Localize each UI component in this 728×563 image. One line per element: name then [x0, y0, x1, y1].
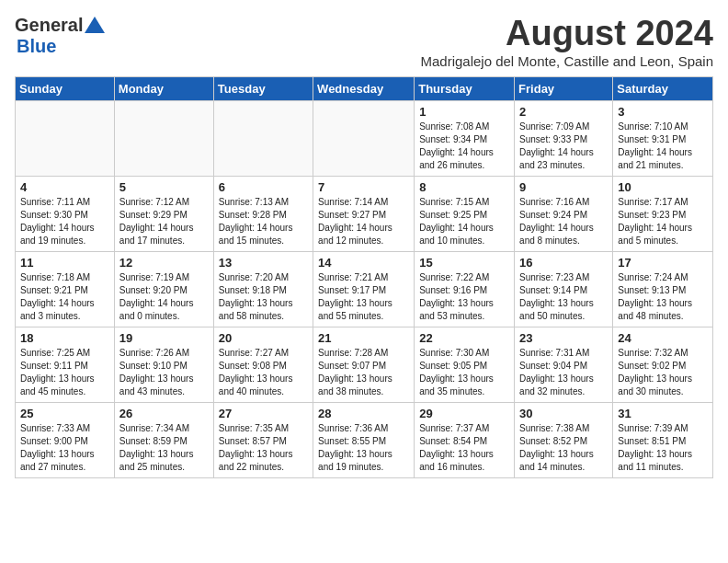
day-info: Sunrise: 7:39 AM Sunset: 8:51 PM Dayligh…	[618, 422, 708, 474]
table-row: 16Sunrise: 7:23 AM Sunset: 9:14 PM Dayli…	[515, 251, 613, 327]
calendar-week-row: 18Sunrise: 7:25 AM Sunset: 9:11 PM Dayli…	[16, 327, 713, 402]
day-number: 28	[318, 407, 409, 420]
day-number: 7	[318, 180, 409, 194]
calendar-week-row: 4Sunrise: 7:11 AM Sunset: 9:30 PM Daylig…	[16, 176, 713, 251]
table-row: 27Sunrise: 7:35 AM Sunset: 8:57 PM Dayli…	[213, 402, 313, 477]
header-sunday: Sunday	[16, 76, 115, 100]
day-info: Sunrise: 7:12 AM Sunset: 9:29 PM Dayligh…	[119, 196, 209, 247]
table-row: 11Sunrise: 7:18 AM Sunset: 9:21 PM Dayli…	[16, 251, 115, 327]
logo-arrow-icon	[85, 17, 105, 33]
table-row: 22Sunrise: 7:30 AM Sunset: 9:05 PM Dayli…	[415, 327, 515, 402]
day-number: 19	[119, 331, 209, 345]
day-info: Sunrise: 7:25 AM Sunset: 9:11 PM Dayligh…	[20, 347, 109, 398]
day-info: Sunrise: 7:17 AM Sunset: 9:23 PM Dayligh…	[618, 196, 708, 247]
table-row: 17Sunrise: 7:24 AM Sunset: 9:13 PM Dayli…	[613, 251, 713, 327]
header-tuesday: Tuesday	[213, 76, 313, 100]
day-number: 27	[219, 407, 308, 420]
table-row: 19Sunrise: 7:26 AM Sunset: 9:10 PM Dayli…	[114, 327, 213, 402]
table-row: 7Sunrise: 7:14 AM Sunset: 9:27 PM Daylig…	[313, 176, 415, 251]
table-row: 18Sunrise: 7:25 AM Sunset: 9:11 PM Dayli…	[16, 327, 115, 402]
table-row: 14Sunrise: 7:21 AM Sunset: 9:17 PM Dayli…	[313, 251, 415, 327]
table-row: 4Sunrise: 7:11 AM Sunset: 9:30 PM Daylig…	[16, 176, 115, 251]
day-number: 22	[419, 331, 509, 345]
day-info: Sunrise: 7:20 AM Sunset: 9:18 PM Dayligh…	[219, 271, 308, 323]
calendar-week-row: 25Sunrise: 7:33 AM Sunset: 9:00 PM Dayli…	[16, 402, 713, 477]
day-number: 14	[318, 256, 409, 270]
day-info: Sunrise: 7:23 AM Sunset: 9:14 PM Dayligh…	[519, 271, 608, 323]
day-number: 18	[20, 331, 109, 345]
day-info: Sunrise: 7:34 AM Sunset: 8:59 PM Dayligh…	[119, 422, 209, 474]
table-row: 3Sunrise: 7:10 AM Sunset: 9:31 PM Daylig…	[613, 100, 713, 176]
day-number: 16	[519, 256, 608, 270]
day-info: Sunrise: 7:31 AM Sunset: 9:04 PM Dayligh…	[519, 347, 608, 398]
day-info: Sunrise: 7:09 AM Sunset: 9:33 PM Dayligh…	[519, 121, 608, 172]
calendar-header-row: Sunday Monday Tuesday Wednesday Thursday…	[16, 76, 713, 100]
day-info: Sunrise: 7:30 AM Sunset: 9:05 PM Dayligh…	[419, 347, 509, 398]
day-info: Sunrise: 7:13 AM Sunset: 9:28 PM Dayligh…	[219, 196, 308, 247]
table-row: 9Sunrise: 7:16 AM Sunset: 9:24 PM Daylig…	[515, 176, 613, 251]
table-row	[213, 100, 313, 176]
table-row: 26Sunrise: 7:34 AM Sunset: 8:59 PM Dayli…	[114, 402, 213, 477]
table-row	[16, 100, 115, 176]
table-row: 6Sunrise: 7:13 AM Sunset: 9:28 PM Daylig…	[213, 176, 313, 251]
day-info: Sunrise: 7:26 AM Sunset: 9:10 PM Dayligh…	[119, 347, 209, 398]
day-number: 24	[618, 331, 708, 345]
day-info: Sunrise: 7:14 AM Sunset: 9:27 PM Dayligh…	[318, 196, 409, 247]
table-row: 20Sunrise: 7:27 AM Sunset: 9:08 PM Dayli…	[213, 327, 313, 402]
day-info: Sunrise: 7:11 AM Sunset: 9:30 PM Dayligh…	[20, 196, 109, 247]
day-info: Sunrise: 7:36 AM Sunset: 8:55 PM Dayligh…	[318, 422, 409, 474]
header-thursday: Thursday	[415, 76, 515, 100]
day-number: 8	[419, 180, 509, 194]
logo-blue: Blue	[17, 36, 56, 57]
day-number: 26	[119, 407, 209, 420]
month-year-title: August 2024	[420, 15, 713, 53]
day-number: 6	[219, 180, 308, 194]
table-row: 1Sunrise: 7:08 AM Sunset: 9:34 PM Daylig…	[415, 100, 515, 176]
day-info: Sunrise: 7:22 AM Sunset: 9:16 PM Dayligh…	[419, 271, 509, 323]
day-number: 11	[20, 256, 109, 270]
day-number: 5	[119, 180, 209, 194]
day-number: 12	[119, 256, 209, 270]
day-number: 31	[618, 407, 708, 420]
day-info: Sunrise: 7:32 AM Sunset: 9:02 PM Dayligh…	[618, 347, 708, 398]
header-wednesday: Wednesday	[313, 76, 415, 100]
table-row: 21Sunrise: 7:28 AM Sunset: 9:07 PM Dayli…	[313, 327, 415, 402]
day-number: 3	[618, 105, 708, 119]
table-row: 31Sunrise: 7:39 AM Sunset: 8:51 PM Dayli…	[613, 402, 713, 477]
header-monday: Monday	[114, 76, 213, 100]
table-row: 24Sunrise: 7:32 AM Sunset: 9:02 PM Dayli…	[613, 327, 713, 402]
day-info: Sunrise: 7:37 AM Sunset: 8:54 PM Dayligh…	[419, 422, 509, 474]
day-info: Sunrise: 7:08 AM Sunset: 9:34 PM Dayligh…	[419, 121, 509, 172]
table-row: 28Sunrise: 7:36 AM Sunset: 8:55 PM Dayli…	[313, 402, 415, 477]
day-info: Sunrise: 7:21 AM Sunset: 9:17 PM Dayligh…	[318, 271, 409, 323]
day-number: 2	[519, 105, 608, 119]
day-info: Sunrise: 7:27 AM Sunset: 9:08 PM Dayligh…	[219, 347, 308, 398]
day-number: 17	[618, 256, 708, 270]
table-row: 13Sunrise: 7:20 AM Sunset: 9:18 PM Dayli…	[213, 251, 313, 327]
day-number: 13	[219, 256, 308, 270]
table-row: 12Sunrise: 7:19 AM Sunset: 9:20 PM Dayli…	[114, 251, 213, 327]
table-row: 15Sunrise: 7:22 AM Sunset: 9:16 PM Dayli…	[415, 251, 515, 327]
table-row: 30Sunrise: 7:38 AM Sunset: 8:52 PM Dayli…	[515, 402, 613, 477]
day-number: 20	[219, 331, 308, 345]
table-row: 2Sunrise: 7:09 AM Sunset: 9:33 PM Daylig…	[515, 100, 613, 176]
day-info: Sunrise: 7:16 AM Sunset: 9:24 PM Dayligh…	[519, 196, 608, 247]
title-area: August 2024 Madrigalejo del Monte, Casti…	[420, 15, 713, 69]
day-number: 21	[318, 331, 409, 345]
day-number: 25	[20, 407, 109, 420]
svg-marker-0	[85, 17, 105, 33]
day-info: Sunrise: 7:28 AM Sunset: 9:07 PM Dayligh…	[318, 347, 409, 398]
day-number: 9	[519, 180, 608, 194]
calendar-table: Sunday Monday Tuesday Wednesday Thursday…	[15, 76, 713, 478]
table-row: 29Sunrise: 7:37 AM Sunset: 8:54 PM Dayli…	[415, 402, 515, 477]
calendar-week-row: 11Sunrise: 7:18 AM Sunset: 9:21 PM Dayli…	[16, 251, 713, 327]
day-info: Sunrise: 7:24 AM Sunset: 9:13 PM Dayligh…	[618, 271, 708, 323]
header-saturday: Saturday	[613, 76, 713, 100]
location-subtitle: Madrigalejo del Monte, Castille and Leon…	[420, 53, 713, 69]
day-info: Sunrise: 7:19 AM Sunset: 9:20 PM Dayligh…	[119, 271, 209, 323]
table-row	[114, 100, 213, 176]
day-number: 10	[618, 180, 708, 194]
day-info: Sunrise: 7:15 AM Sunset: 9:25 PM Dayligh…	[419, 196, 509, 247]
logo-general: General	[15, 15, 83, 36]
day-number: 1	[419, 105, 509, 119]
